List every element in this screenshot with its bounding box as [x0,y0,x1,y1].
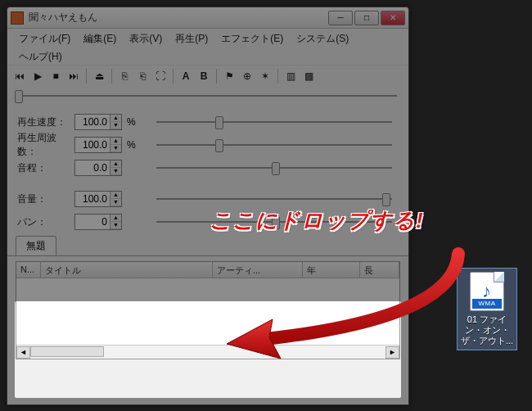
slider-thumb[interactable] [215,139,223,152]
minimize-button[interactable]: ─ [328,11,353,25]
stop-icon[interactable]: ■ [48,69,63,84]
spin-down-icon[interactable]: ▼ [110,199,121,206]
toolbar-divider [111,69,112,84]
titlebar[interactable]: 聞々ハヤえもん ─ □ ✕ [7,7,408,29]
pitch-input[interactable] [75,160,110,175]
menubar: ファイル(F) 編集(E) 表示(V) 再生(P) エフェクト(E) システム(… [7,29,408,47]
pitch-label: 音程： [17,161,70,175]
spin-down-icon[interactable]: ▼ [110,168,121,175]
slider-thumb[interactable] [272,162,280,175]
volume-label: 音量： [17,192,70,206]
volume-slider[interactable] [156,198,392,200]
spin-down-icon[interactable]: ▼ [110,145,121,152]
pan-label: パン： [17,215,70,229]
speed-unit: % [127,116,140,128]
toolbar-divider [173,69,174,84]
freq-spinbox[interactable]: ▲▼ [74,137,122,153]
volume-spinbox[interactable]: ▲▼ [74,191,122,207]
prev-track-icon[interactable]: ⏮ [12,69,27,84]
speed-spinbox[interactable]: ▲▼ [74,114,122,130]
spin-up-icon[interactable]: ▲ [110,138,121,145]
spin-up-icon[interactable]: ▲ [110,192,121,199]
panel-icon-2[interactable]: ▩ [301,69,316,84]
speed-input[interactable] [75,115,110,129]
menu-view[interactable]: 表示(V) [123,30,169,47]
ab-b-icon[interactable]: B [196,69,211,84]
next-track-icon[interactable]: ⏭ [66,69,81,84]
menu-file[interactable]: ファイル(F) [12,30,77,47]
annotation-arrow [209,237,479,368]
col-title[interactable]: タイトル [41,262,213,278]
speed-slider[interactable] [156,121,392,123]
spin-down-icon[interactable]: ▼ [110,122,121,129]
panel-icon-1[interactable]: ▥ [283,69,298,84]
scroll-thumb[interactable] [30,346,104,357]
scroll-left-icon[interactable]: ◄ [16,346,30,359]
spin-up-icon[interactable]: ▲ [110,215,121,222]
slider-thumb[interactable] [215,116,223,129]
toolbar-divider [216,69,217,84]
freq-slider[interactable] [156,144,392,146]
callout-text: ここにドロップする! [210,206,424,235]
freq-input[interactable] [75,138,110,152]
toolbar: ⏮ ▶ ■ ⏭ ⏏ ⎘ ⎗ ⛶ A B ⚑ ⊕ ✶ ▥ ▩ [7,65,408,86]
freq-row: 再生周波数： ▲▼ % [17,133,399,156]
close-button[interactable]: ✕ [381,11,405,25]
toolbar-divider [277,69,278,84]
maximize-button[interactable]: □ [354,11,379,25]
play-icon[interactable]: ▶ [30,69,45,84]
col-no[interactable]: N... [16,262,41,278]
volume-input[interactable] [75,192,110,206]
pitch-slider[interactable] [156,167,392,169]
pan-spinbox[interactable]: ▲▼ [74,214,122,230]
speed-row: 再生速度： ▲▼ % [17,111,399,133]
seek-thumb[interactable] [15,90,23,103]
speed-label: 再生速度： [17,115,70,129]
clear-marker-icon[interactable]: ✶ [258,69,273,84]
eject-icon[interactable]: ⏏ [92,69,106,84]
menubar-row2: ヘルプ(H) [7,47,408,65]
menu-help[interactable]: ヘルプ(H) [12,48,69,65]
app-icon [11,11,24,25]
pan-input[interactable] [75,215,110,229]
seekbar[interactable] [7,86,408,106]
target-icon[interactable]: ⊕ [240,69,255,84]
spin-up-icon[interactable]: ▲ [110,160,121,168]
menu-edit[interactable]: 編集(E) [77,30,123,47]
freq-unit: % [127,139,140,151]
freq-label: 再生周波数： [17,131,70,159]
fullscreen-icon[interactable]: ⛶ [153,69,168,84]
spin-down-icon[interactable]: ▼ [110,222,121,229]
marker-icon[interactable]: ⚑ [222,69,237,84]
menu-system[interactable]: システム(S) [290,30,355,47]
menu-effect[interactable]: エフェクト(E) [214,30,290,47]
tool-icon-2[interactable]: ⎗ [135,69,150,84]
spin-up-icon[interactable]: ▲ [110,115,121,122]
pitch-row: 音程： ▲▼ [17,156,399,179]
pitch-spinbox[interactable]: ▲▼ [74,160,122,176]
toolbar-divider [86,69,87,84]
menu-play[interactable]: 再生(P) [169,30,214,47]
ab-a-icon[interactable]: A [178,69,193,84]
window-title: 聞々ハヤえもん [29,11,328,25]
tool-icon-1[interactable]: ⎘ [117,69,132,84]
tab-untitled[interactable]: 無題 [16,236,56,255]
slider-thumb[interactable] [382,193,390,206]
